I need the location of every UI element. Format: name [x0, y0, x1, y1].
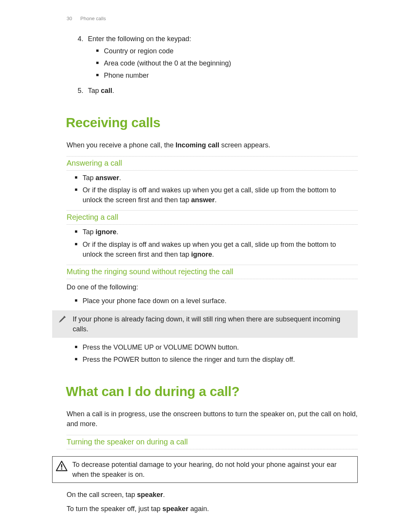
paragraph: To turn the speaker off, just tap speake… [67, 504, 358, 514]
muting-list-1: Place your phone face down on a level su… [75, 296, 358, 306]
subheading-rejecting: Rejecting a call [67, 210, 358, 225]
list-item: Place your phone face down on a level su… [75, 296, 358, 306]
section-name: Phone calls [80, 16, 106, 21]
list-item: Press the VOLUME UP or VOLUME DOWN butto… [75, 342, 358, 352]
rejecting-list: Tap ignore. Or if the display is off and… [75, 227, 358, 259]
heading-receiving-calls: Receiving calls [66, 113, 358, 133]
warning-icon [56, 460, 72, 472]
emphasis: Incoming call [175, 141, 219, 149]
list-item: Country or region code [96, 46, 358, 56]
list-item: Or if the display is off and wakes up wh… [75, 240, 358, 259]
subheading-muting: Muting the ringing sound without rejecti… [67, 265, 358, 279]
step-4: 4. Enter the following on the keypad: Co… [74, 34, 358, 83]
pencil-icon [56, 314, 73, 326]
paragraph: On the call screen, tap speaker. [67, 490, 358, 500]
note-text: If your phone is already facing down, it… [73, 314, 353, 334]
list-item: Area code (without the 0 at the beginnin… [96, 58, 358, 68]
subheading-speaker: Turning the speaker on during a call [67, 435, 358, 449]
list-item: Phone number [96, 70, 358, 80]
emphasis: ignore [96, 228, 116, 236]
svg-rect-5 [61, 468, 62, 470]
warning-text: To decrease potential damage to your hea… [72, 460, 352, 479]
document-page: 30 Phone calls 4. Enter the following on… [0, 0, 411, 532]
muting-list-2: Press the VOLUME UP or VOLUME DOWN butto… [75, 342, 358, 364]
list-item: Or if the display is off and wakes up wh… [75, 185, 358, 205]
step-5: 5. Tap call. [74, 86, 358, 96]
numbered-list-fragment: 4. Enter the following on the keypad: Co… [74, 34, 358, 96]
step-text: Enter the following on the keypad: [88, 34, 358, 44]
paragraph: When you receive a phone call, the Incom… [67, 140, 358, 150]
running-header: 30 Phone calls [67, 15, 358, 22]
list-item: Tap ignore. [75, 227, 358, 237]
heading-during-call: What can I do during a call? [66, 382, 358, 401]
paragraph: Do one of the following: [67, 282, 358, 292]
warning-box: To decrease potential damage to your hea… [52, 456, 358, 483]
step-text: Tap call. [88, 86, 358, 96]
step-4-sublist: Country or region code Area code (withou… [96, 46, 358, 80]
emphasis: ignore [191, 251, 212, 258]
svg-rect-4 [61, 464, 62, 468]
page-number: 30 [67, 16, 72, 21]
answering-list: Tap answer. Or if the display is off and… [75, 173, 358, 205]
note-box: If your phone is already facing down, it… [52, 310, 358, 338]
emphasis: call [101, 87, 112, 94]
step-number: 4. [74, 34, 83, 44]
emphasis: answer [96, 174, 119, 182]
step-number: 5. [74, 86, 83, 96]
subheading-answering: Answering a call [67, 156, 358, 171]
list-item: Press the POWER button to silence the ri… [75, 355, 358, 364]
paragraph: When a call is in progress, use the onsc… [67, 409, 358, 429]
emphasis: answer [191, 196, 215, 204]
svg-rect-0 [60, 316, 65, 322]
emphasis: speaker [137, 491, 163, 498]
list-item: Tap answer. [75, 173, 358, 183]
emphasis: speaker [162, 505, 188, 513]
